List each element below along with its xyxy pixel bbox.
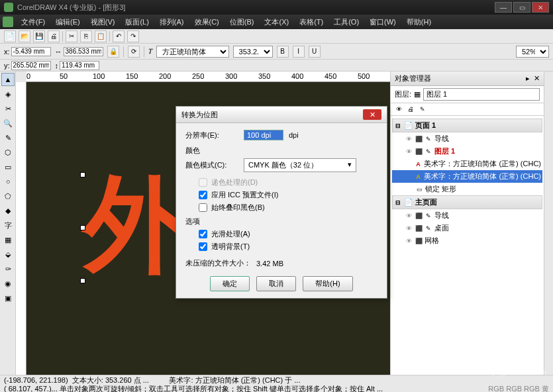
color-palette[interactable] (544, 72, 553, 389)
x-input[interactable] (11, 47, 51, 56)
outline-tool[interactable]: ◉ (1, 277, 15, 290)
file-size-value: 3.42 MB (256, 260, 283, 268)
tree-art-text-1[interactable]: A 美术字：方正琥珀简体 (正常) (CHC) (392, 158, 542, 170)
overprint-checkbox[interactable] (199, 203, 207, 212)
ruler-horizontal: 0 50 100 150 200 250 300 350 400 450 500 (26, 72, 390, 82)
help-button[interactable]: 帮助(H) (303, 276, 352, 291)
menu-table[interactable]: 表格(T) (294, 15, 328, 29)
tree-layer-1[interactable]: 👁⬛✎ 图层 1 (392, 145, 542, 158)
cut-button[interactable]: ✂ (66, 30, 77, 42)
resolution-unit: dpi (289, 131, 299, 139)
layer-label: 图层: (395, 89, 411, 99)
app-menu-icon[interactable] (3, 17, 13, 27)
interactive-tool[interactable]: ⬙ (1, 248, 15, 261)
rotate-icon[interactable]: ⟳ (128, 46, 140, 58)
menu-edit[interactable]: 编辑(E) (50, 15, 85, 29)
eyedropper-tool[interactable]: ✑ (1, 262, 15, 275)
new-button[interactable]: 📄 (4, 30, 16, 42)
paste-button[interactable]: 📋 (95, 30, 107, 42)
freehand-tool[interactable]: ✎ (1, 131, 15, 144)
smart-tool[interactable]: ⬡ (1, 146, 15, 159)
print-icon[interactable]: 🖨 (407, 105, 415, 113)
selection-handle[interactable] (80, 225, 85, 230)
menu-tools[interactable]: 工具(O) (328, 15, 364, 29)
tree-grid[interactable]: 👁⬛ 网格 (392, 234, 542, 247)
menu-view[interactable]: 视图(V) (85, 15, 121, 29)
menu-effects[interactable]: 效果(C) (189, 15, 225, 29)
lock-ratio-icon[interactable]: 🔒 (107, 46, 119, 58)
table-tool[interactable]: ▦ (1, 233, 15, 246)
dialog-close-button[interactable]: ✕ (363, 109, 381, 120)
open-button[interactable]: 📂 (19, 30, 30, 42)
font-select[interactable]: 方正琥珀简体 (156, 46, 229, 58)
status-rgb: RGB RGB RGB 黄 (488, 384, 549, 392)
maximize-button[interactable]: ▭ (513, 2, 530, 13)
transparent-checkbox[interactable] (199, 242, 207, 251)
shape-tool[interactable]: ◈ (1, 87, 15, 101)
layer-select[interactable]: 图层 1 (423, 88, 540, 101)
print-button[interactable]: 🖨 (48, 30, 60, 42)
polygon-tool[interactable]: ⬠ (1, 189, 15, 203)
font-size-select[interactable]: 353.2... (233, 46, 273, 58)
x-label: x: (4, 48, 10, 56)
fill-tool[interactable]: ▣ (1, 291, 15, 305)
color-mode-select[interactable]: CMYK 颜色（32 位）▾ (244, 158, 356, 172)
menu-bitmap[interactable]: 位图(B) (225, 15, 260, 29)
tree-page-1[interactable]: ⊟📄 页面 1 (392, 119, 542, 132)
tree-guide[interactable]: 👁⬛✎ 导线 (392, 132, 542, 145)
close-button[interactable]: ✕ (532, 2, 549, 13)
show-icon[interactable]: 👁 (395, 105, 403, 113)
pick-tool[interactable]: ▲ (1, 73, 15, 86)
cancel-button[interactable]: 取消 (256, 276, 296, 291)
edit-icon[interactable]: ✎ (419, 105, 427, 113)
icc-checkbox[interactable] (199, 191, 207, 199)
underline-button[interactable]: U (309, 46, 321, 58)
panel-menu-button[interactable]: ▸ (526, 74, 530, 83)
layer-toolbar-icon[interactable]: ▦ (414, 90, 421, 99)
selection-handle[interactable] (80, 278, 85, 283)
zoom-tool[interactable]: 🔍 (1, 117, 15, 130)
zoom-select[interactable]: 52% (516, 46, 549, 58)
object-manager-panel: 对象管理器 ▸ ✕ 图层: ▦ 图层 1 👁 🖨 ✎ ⊟📄 页面 1 👁⬛✎ 导… (390, 72, 544, 389)
w-label: ↔ (55, 48, 62, 56)
menu-text[interactable]: 文本(X) (259, 15, 294, 29)
tree-master-guide[interactable]: 👁⬛✎ 导线 (392, 209, 542, 222)
y-input[interactable] (11, 61, 51, 70)
menu-layout[interactable]: 版面(L) (120, 15, 154, 29)
w-input[interactable] (64, 47, 103, 56)
menu-help[interactable]: 帮助(H) (401, 15, 436, 29)
ellipse-tool[interactable]: ○ (1, 175, 15, 188)
tree-art-text-2[interactable]: A 美术字：方正琥珀简体 (正常) (CHC) (392, 170, 542, 183)
menu-file[interactable]: 文件(F) (16, 15, 50, 29)
menu-arrange[interactable]: 排列(A) (154, 15, 189, 29)
standard-toolbar: 📄 📂 💾 🖨 ✂ ⎘ 📋 ↶ ↷ (0, 29, 553, 44)
save-button[interactable]: 💾 (33, 30, 45, 42)
text-tool[interactable]: 字 (1, 219, 15, 232)
h-input[interactable] (60, 61, 99, 70)
bold-button[interactable]: B (277, 46, 289, 58)
toolbox: ▲ ◈ ✂ 🔍 ✎ ⬡ ▭ ○ ⬠ ◆ 字 ▦ ⬙ ✑ ◉ ▣ (0, 72, 16, 389)
redo-button[interactable]: ↷ (127, 30, 139, 42)
undo-button[interactable]: ↶ (113, 30, 125, 42)
basic-shapes-tool[interactable]: ◆ (1, 204, 15, 217)
smooth-checkbox[interactable] (199, 230, 207, 238)
selection-handle[interactable] (80, 172, 85, 177)
text-object[interactable]: 外 (83, 172, 189, 278)
tree-locked-rect[interactable]: ▭ 锁定 矩形 (392, 183, 542, 195)
y-label: y: (4, 62, 10, 70)
tree-desktop[interactable]: 👁⬛✎ 桌面 (392, 222, 542, 234)
italic-button[interactable]: I (293, 46, 305, 58)
rectangle-tool[interactable]: ▭ (1, 160, 15, 173)
window-titlebar: CorelDRAW X4 (专业版) - [图形3] — ▭ ✕ (0, 0, 553, 15)
resolution-input[interactable]: 100 dpi (244, 130, 283, 140)
tree-master-page[interactable]: ⊟📄 主页面 (392, 195, 542, 209)
minimize-button[interactable]: — (495, 2, 512, 13)
menu-window[interactable]: 窗口(W) (364, 15, 401, 29)
panel-close-button[interactable]: ✕ (534, 74, 540, 83)
crop-tool[interactable]: ✂ (1, 102, 15, 115)
ok-button[interactable]: 确定 (210, 276, 250, 291)
copy-button[interactable]: ⎘ (80, 30, 92, 42)
panel-title-label: 对象管理器 (395, 74, 431, 83)
status-text-size: 文本大小: 353.260 点 ... (72, 376, 149, 384)
dialog-title: 转换为位图 (181, 110, 218, 120)
